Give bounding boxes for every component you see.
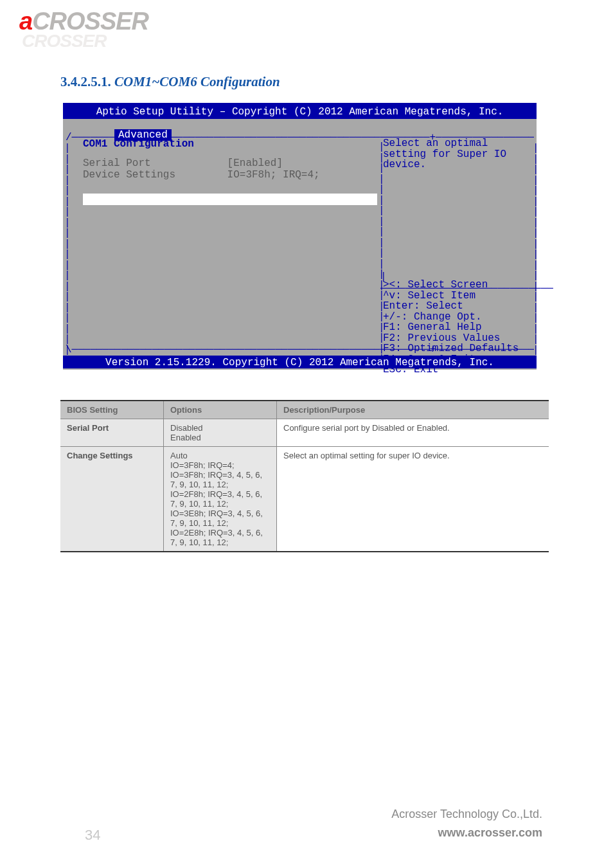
bios-footer: Version 2.15.1229. Copyright (C) 2012 Am… xyxy=(63,356,537,368)
cell-desc-change-settings: Select an optimal setting for super IO d… xyxy=(277,447,549,552)
bios-label-serial-port: Serial Port xyxy=(83,158,221,169)
th-description: Description/Purpose xyxy=(277,401,549,419)
cell-options-change-settings: Auto IO=3F8h; IRQ=4; IO=3F8h; IRQ=3, 4, … xyxy=(164,447,277,552)
bios-edge-right: ||||||||||||||||||||| xyxy=(533,143,535,357)
bios-row-serial-port[interactable]: Serial Port [Enabled] xyxy=(83,158,377,169)
bios-help-text: Select an optimal setting for Super IO d… xyxy=(383,138,531,170)
logo-shadow: CROSSER xyxy=(22,31,148,51)
bios-value-device-settings: IO=3F8h; IRQ=4; xyxy=(227,169,320,181)
table-row: Change Settings Auto IO=3F8h; IRQ=4; IO=… xyxy=(60,447,549,552)
bios-value-change-settings: [Auto] xyxy=(227,194,265,205)
th-options: Options xyxy=(164,401,277,419)
bios-main-area: COM1 Configuration Serial Port [Enabled]… xyxy=(69,138,377,205)
footer-www: www.acrosser.com xyxy=(391,824,542,842)
bios-edge-left: ||||||||||||||||||||| xyxy=(64,143,67,357)
page-number: 34 xyxy=(85,827,100,844)
section-number: 3.4.2.5.1. xyxy=(60,74,111,89)
bios-border-bottom: \───────────────────────────────────────… xyxy=(66,344,534,356)
th-bios-setting: BIOS Setting xyxy=(60,401,164,419)
logo: aCROSSER CROSSER xyxy=(19,9,148,51)
table-header-row: BIOS Setting Options Description/Purpose xyxy=(60,401,549,419)
bios-value-serial-port: [Enabled] xyxy=(227,158,283,169)
bios-label-device-settings: Device Settings xyxy=(83,169,221,181)
bios-screenshot: Aptio Setup Utility – Copyright (C) 2012… xyxy=(63,103,537,368)
bios-header-text: Aptio Setup Utility – Copyright (C) 2012… xyxy=(96,106,504,118)
page-footer: Acrosser Technology Co.,Ltd. www.acrosse… xyxy=(391,805,542,842)
bios-tab-advanced[interactable]: Advanced xyxy=(114,129,172,141)
settings-table: BIOS Setting Options Description/Purpose… xyxy=(60,400,549,552)
cell-desc-serial-port: Configure serial port by Disabled or Ena… xyxy=(277,419,549,447)
cell-options-serial-port: Disabled Enabled xyxy=(164,419,277,447)
section-title: COM1~COM6 Configuration xyxy=(114,74,280,89)
cell-setting-serial-port: Serial Port xyxy=(60,419,164,447)
bios-row-device-settings: Device Settings IO=3F8h; IRQ=4; xyxy=(83,169,377,181)
footer-company: Acrosser Technology Co.,Ltd. xyxy=(391,805,542,824)
section-heading: 3.4.2.5.1. COM1~COM6 Configuration xyxy=(60,74,555,90)
bios-row-change-settings[interactable]: Change Settings [Auto] xyxy=(83,194,377,205)
bios-side-help: Select an optimal setting for Super IO d… xyxy=(383,138,531,170)
bios-label-change-settings: Change Settings xyxy=(83,194,221,205)
table-row: Serial Port Disabled Enabled Configure s… xyxy=(60,419,549,447)
cell-setting-change-settings: Change Settings xyxy=(60,447,164,552)
bios-header-bar: Aptio Setup Utility – Copyright (C) 2012… xyxy=(63,103,537,119)
